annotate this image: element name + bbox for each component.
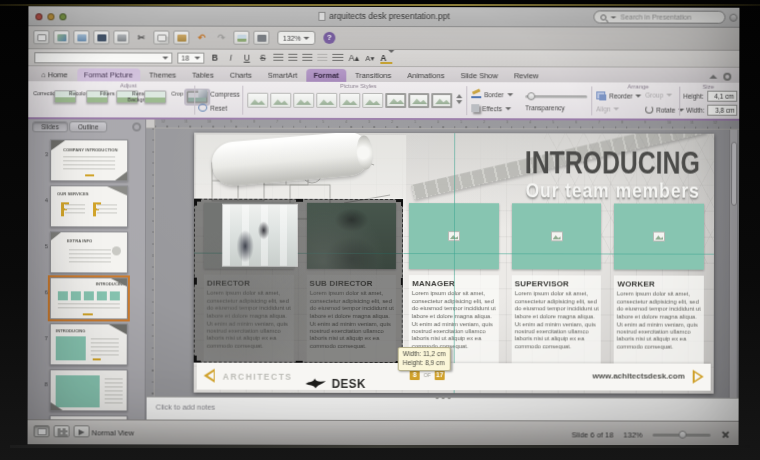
picture-style-6[interactable]	[362, 93, 383, 108]
corrections-button[interactable]: Corrections	[32, 90, 62, 97]
picture-style-1[interactable]	[247, 93, 268, 108]
crop-handle[interactable]	[194, 278, 197, 285]
redo-button[interactable]: ↷	[213, 31, 229, 45]
slide-title-block[interactable]: INTRODUCING Our team members	[481, 147, 700, 202]
notes-pane[interactable]: Click to add notes	[147, 397, 739, 421]
crop-handle[interactable]	[296, 199, 303, 202]
remove-background-button[interactable]: Remove Background	[122, 90, 162, 103]
picture-style-8[interactable]	[408, 93, 429, 108]
slide-thumbnail-8[interactable]	[50, 369, 128, 411]
tab-tables[interactable]: Tables	[185, 69, 221, 82]
font-size-combo[interactable]: 18	[177, 52, 204, 63]
media-gallery-button[interactable]	[53, 30, 69, 44]
slide-sorter-view-button[interactable]	[54, 425, 70, 437]
tab-home[interactable]: ⌂Home	[34, 68, 75, 81]
decrease-font-button[interactable]: A▾	[364, 53, 375, 62]
director-cropped-photo[interactable]	[223, 205, 297, 266]
crop-handle[interactable]	[400, 278, 403, 285]
picture-style-9[interactable]	[431, 93, 452, 108]
paste-button[interactable]	[173, 31, 189, 45]
search-input[interactable]: Search in Presentation	[593, 10, 725, 23]
picture-style-4[interactable]	[316, 93, 337, 108]
crop-handle[interactable]	[194, 199, 197, 206]
crop-handle[interactable]	[194, 356, 197, 363]
compress-button[interactable]: Compress	[198, 90, 240, 98]
tab-animations[interactable]: Animations	[400, 69, 451, 82]
group-button[interactable]: Group	[645, 92, 672, 99]
width-field[interactable]: 3,8 cm	[708, 105, 738, 116]
picture-styles-scroll[interactable]	[456, 94, 462, 104]
reorder-button[interactable]: Reorder	[596, 91, 642, 100]
slide-canvas[interactable]: INTRODUCING Our team members DIRECTORLor…	[194, 133, 715, 394]
align-button[interactable]: Align	[596, 105, 619, 112]
fit-slide-icon[interactable]	[721, 430, 731, 440]
tab-charts[interactable]: Charts	[223, 69, 259, 82]
increase-font-button[interactable]: A▴	[348, 53, 359, 63]
border-button[interactable]: Border	[471, 90, 513, 98]
slide-thumbnail-7[interactable]: INTRODUCING	[50, 323, 128, 365]
tab-transitions[interactable]: Transitions	[348, 69, 398, 82]
insert-picture-button[interactable]	[233, 31, 249, 45]
slide-editing-area[interactable]: INTRODUCING Our team members DIRECTORLor…	[155, 129, 730, 398]
slide-thumbnail-4[interactable]: OUR SERVICES	[50, 185, 128, 227]
tab-smartart[interactable]: SmartArt	[261, 69, 305, 82]
crop-button[interactable]: Crop	[164, 91, 190, 98]
tab-themes[interactable]: Themes	[142, 68, 183, 81]
panel-tab-outline[interactable]: Outline	[69, 121, 108, 132]
print-button[interactable]	[113, 30, 129, 44]
picture-style-2[interactable]	[270, 93, 291, 108]
tab-format-picture[interactable]: Format Picture	[77, 68, 140, 81]
picture-style-3[interactable]	[293, 93, 314, 108]
help-button[interactable]: ?	[323, 32, 335, 44]
zoom-slider-knob[interactable]	[679, 430, 687, 438]
copy-button[interactable]	[153, 31, 169, 45]
cut-button[interactable]: ✂	[133, 30, 149, 44]
height-field[interactable]: 4,1 cm	[707, 91, 737, 102]
picture-style-7[interactable]	[385, 93, 406, 108]
tab-slide-show[interactable]: Slide Show	[453, 69, 505, 82]
strikethrough-button[interactable]: S	[257, 53, 268, 63]
notes-splitter-handle[interactable]	[432, 396, 454, 399]
justify-button[interactable]	[317, 53, 327, 62]
scrollbar-thumb[interactable]	[731, 142, 737, 206]
panel-tab-slides[interactable]: Slides	[32, 121, 68, 132]
new-presentation-button[interactable]	[33, 30, 49, 44]
tab-review[interactable]: Review	[507, 69, 546, 82]
panel-gear-icon[interactable]	[132, 122, 141, 131]
toolbox-button[interactable]	[253, 31, 269, 45]
gear-icon[interactable]	[723, 73, 731, 81]
normal-view-button[interactable]	[34, 425, 50, 437]
transparency-slider-knob[interactable]	[527, 92, 535, 100]
recolor-button[interactable]: Recolor	[64, 90, 92, 97]
slide-thumbnail-6-selected[interactable]: INTRODUCING	[50, 277, 128, 319]
effects-button[interactable]: Effects	[471, 104, 511, 112]
slide-thumbnail-3[interactable]: COMPANY INTRODUCTION	[50, 139, 128, 181]
font-name-combo[interactable]	[34, 52, 172, 63]
transparency-slider[interactable]	[525, 95, 587, 98]
align-center-button[interactable]	[288, 53, 297, 62]
undo-button[interactable]: ↶	[193, 31, 209, 45]
bold-button[interactable]: B	[209, 53, 220, 63]
zoom-select[interactable]: 132%	[277, 31, 315, 45]
slide-thumbnail-5[interactable]: EXTRA INFO	[50, 231, 128, 273]
save-button[interactable]	[93, 30, 109, 44]
align-left-button[interactable]	[273, 53, 283, 62]
reset-button[interactable]: Reset	[198, 104, 227, 112]
collapse-ribbon-icon[interactable]	[709, 75, 717, 79]
tab-format[interactable]: Format	[307, 69, 346, 82]
italic-button[interactable]: I	[225, 53, 236, 63]
underline-button[interactable]: U	[241, 53, 252, 63]
toolbar-toggle-button[interactable]	[729, 14, 737, 22]
slideshow-view-button[interactable]	[74, 425, 90, 437]
picture-style-5[interactable]	[339, 93, 360, 108]
card-worker[interactable]: WORKERLorem ipsum dolor sit amet, consec…	[614, 203, 704, 377]
filters-button[interactable]: Filters	[94, 90, 120, 97]
zoom-slider[interactable]	[653, 433, 711, 436]
card-supervisor[interactable]: SUPERVISORLorem ipsum dolor sit amet, co…	[511, 203, 601, 377]
slide-footer[interactable]: ARCHITECTSPRESENTATION TEMPLATE DESK 8 O…	[197, 363, 711, 391]
font-color-button[interactable]: A	[380, 53, 394, 63]
align-right-button[interactable]	[302, 53, 312, 62]
open-button[interactable]	[73, 30, 89, 44]
list-button[interactable]	[332, 53, 343, 62]
crop-handle[interactable]	[401, 199, 404, 206]
